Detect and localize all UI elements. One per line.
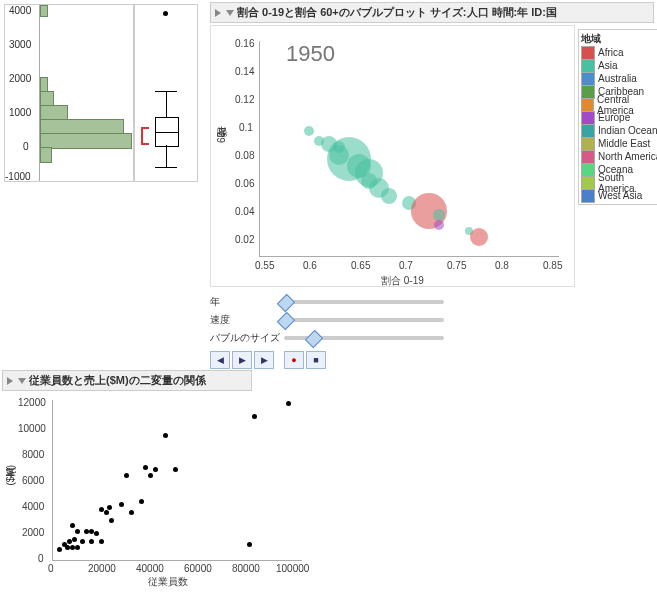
svg-point-13 (433, 209, 445, 221)
y-tick: 0.04 (235, 206, 254, 217)
y-tick: 0.12 (235, 94, 254, 105)
hist-bar (40, 147, 52, 163)
scatter-point (99, 539, 104, 544)
scatter-point (252, 414, 257, 419)
legend-item[interactable]: Asia (581, 59, 657, 72)
legend-label: Middle East (598, 138, 650, 149)
legend-item[interactable]: North America (581, 150, 657, 163)
scatter-point (109, 518, 114, 523)
legend-item[interactable]: Australia (581, 72, 657, 85)
scatter-point (57, 547, 62, 552)
x-tick: 0.85 (543, 260, 562, 271)
step-back-button[interactable]: ◀ (210, 351, 230, 369)
scatter-plot-area: 売上($M) 12000 10000 8000 6000 4000 2000 0… (8, 395, 308, 585)
box-plot (134, 4, 198, 182)
scatter-title-bar[interactable]: 従業員数と売上($M)の二変量の関係 (2, 370, 252, 391)
stop-button[interactable]: ■ (306, 351, 326, 369)
play-button[interactable]: ▶ (232, 351, 252, 369)
y-axis-title: 割合 60+ (215, 126, 229, 146)
y-tick: 12000 (18, 397, 46, 408)
legend-label: Africa (598, 47, 624, 58)
legend-swatch (581, 72, 595, 86)
bracket-icon (141, 127, 149, 145)
slider-size[interactable] (284, 336, 444, 340)
scatter-point (173, 467, 178, 472)
whisker-line (166, 145, 167, 167)
scatter-point (119, 502, 124, 507)
legend-item[interactable]: South America (581, 176, 657, 189)
whisker-cap (155, 167, 177, 168)
legend-swatch (581, 163, 595, 177)
bubble-title-bar[interactable]: 割合 0-19と割合 60+のバブルプロット サイズ:人口 時間:年 ID:国 (210, 2, 654, 23)
y-tick: 10000 (18, 423, 46, 434)
legend: 地域 AfricaAsiaAustraliaCaribbeanCentral A… (578, 29, 657, 205)
bubble-panel: 割合 0-19と割合 60+のバブルプロット サイズ:人口 時間:年 ID:国 … (210, 2, 654, 369)
y-axis-title: 売上($M) (4, 465, 18, 486)
scatter-point (129, 510, 134, 515)
scatter-point (153, 467, 158, 472)
y-tick: 4000 (22, 501, 44, 512)
scatter-panel: 従業員数と売上($M)の二変量の関係 売上($M) 12000 10000 80… (2, 370, 342, 585)
scatter-point (286, 401, 291, 406)
slider-year[interactable] (284, 300, 444, 304)
slider-speed-row: 速度 (210, 311, 654, 329)
svg-point-10 (381, 188, 397, 204)
x-tick: 0.6 (303, 260, 317, 271)
caret-down-icon[interactable] (226, 10, 234, 16)
scatter-point (247, 542, 252, 547)
disclosure-icon[interactable] (215, 9, 221, 17)
y-tick: 2000 (9, 73, 31, 84)
x-tick: 0.65 (351, 260, 370, 271)
whisker-line (166, 91, 167, 117)
legend-item[interactable]: Indian Ocean (581, 124, 657, 137)
scatter-point (94, 531, 99, 536)
x-tick: 0.55 (255, 260, 274, 271)
slider-speed-label: 速度 (210, 313, 280, 327)
x-tick: 0.8 (495, 260, 509, 271)
x-tick: 40000 (136, 563, 164, 574)
legend-item[interactable]: Central America (581, 98, 657, 111)
scatter-point (124, 473, 129, 478)
hist-bar (40, 5, 48, 17)
slider-size-label: バブルのサイズ (210, 331, 280, 345)
x-tick: 60000 (184, 563, 212, 574)
y-tick: 3000 (9, 39, 31, 50)
bubble-title: 割合 0-19と割合 60+のバブルプロット サイズ:人口 時間:年 ID:国 (237, 5, 557, 20)
disclosure-icon[interactable] (7, 377, 13, 385)
scatter-point (80, 539, 85, 544)
slider-speed[interactable] (284, 318, 444, 322)
scatter-point (163, 433, 168, 438)
median-line (156, 132, 178, 133)
legend-label: Australia (598, 73, 637, 84)
hist-bar (40, 133, 132, 149)
y-tick: 6000 (22, 475, 44, 486)
x-tick: 80000 (232, 563, 260, 574)
x-tick: 0.7 (399, 260, 413, 271)
legend-label: Europe (598, 112, 630, 123)
scatter-point (104, 510, 109, 515)
legend-label: North America (598, 151, 657, 162)
legend-item[interactable]: Africa (581, 46, 657, 59)
legend-item[interactable]: Middle East (581, 137, 657, 150)
x-axis-title: 従業員数 (148, 575, 188, 589)
y-tick: 1000 (9, 107, 31, 118)
legend-label: Indian Ocean (598, 125, 657, 136)
step-fwd-button[interactable]: ▶ (254, 351, 274, 369)
y-tick: 2000 (22, 527, 44, 538)
y-tick: -1000 (5, 171, 31, 182)
scatter-title: 従業員数と売上($M)の二変量の関係 (29, 373, 206, 388)
caret-down-icon[interactable] (18, 378, 26, 384)
histogram-plot: 4000 3000 2000 1000 0 -1000 (4, 4, 134, 182)
scatter-point (148, 473, 153, 478)
x-axis-line (52, 560, 302, 561)
scatter-point (70, 545, 75, 550)
scatter-point (75, 545, 80, 550)
record-button[interactable]: ● (284, 351, 304, 369)
bubble-controls: 年 速度 バブルのサイズ ◀ ▶ ▶ ● ■ (210, 293, 654, 369)
slider-thumb[interactable] (305, 330, 323, 348)
svg-point-16 (470, 228, 488, 246)
histogram-boxplot: 4000 3000 2000 1000 0 -1000 (2, 2, 197, 182)
scatter-point (107, 505, 112, 510)
scatter-point (143, 465, 148, 470)
legend-swatch (581, 137, 595, 151)
